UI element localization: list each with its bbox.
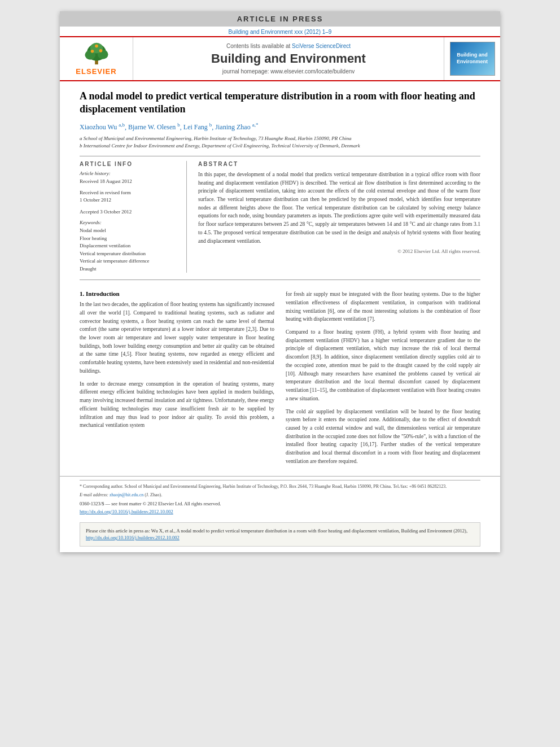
keyword-2: Floor heating [80,235,178,243]
intro-para-1: In the last two decades, the application… [80,300,274,375]
journal-center: Contents lists available at SciVerse Sci… [133,37,444,80]
divider-1 [80,156,480,156]
body-right-col: for fresh air supply must be integrated … [286,290,480,470]
keyword-5: Vertical air temperature difference [80,257,178,265]
journal-header: ELSEVIER Contents lists available at Sci… [60,36,500,81]
revised-date: Received in revised form1 October 2012 [80,189,178,203]
article-info-abstract: ARTICLE INFO Article history: Received 1… [80,161,480,273]
intro-right-para-3: The cold air supplied by displacement ve… [286,408,480,466]
cite-doi-link[interactable]: http://dx.doi.org/10.1016/j.buildenv.201… [86,535,180,540]
svg-point-5 [90,50,94,53]
footnote-star: * Corresponding author. School of Munici… [80,483,480,490]
authors-line: Xiaozhou Wu a,b, Bjarne W. Olesen b, Lei… [80,122,480,132]
accepted-date: Accepted 3 October 2012 [80,208,178,216]
authors-text: Xiaozhou Wu a,b, Bjarne W. Olesen b, Lei… [80,123,258,131]
abstract-text: In this paper, the development of a noda… [198,171,480,245]
affiliations: a School of Municipal and Environmental … [80,135,480,150]
abstract-label: ABSTRACT [198,161,480,167]
svg-rect-0 [95,60,98,64]
affiliation-b: b International Centre for Indoor Enviro… [80,142,480,150]
journal-homepage: journal homepage: www.elsevier.com/locat… [222,68,355,75]
received-date: Received 18 August 2012 [80,178,178,185]
abstract-col: ABSTRACT In this paper, the development … [198,161,480,273]
sciverse-line: Contents lists available at SciVerse Sci… [226,43,351,49]
body-content: 1. Introduction In the last two decades,… [60,290,500,475]
doi-link[interactable]: http://dx.doi.org/10.1016/j.buildenv.201… [80,509,173,514]
aip-banner: ARTICLE IN PRESS [60,11,500,27]
article-info-col: ARTICLE INFO Article history: Received 1… [80,161,187,273]
body-left-col: 1. Introduction In the last two decades,… [80,290,274,470]
svg-point-7 [95,45,98,48]
contents-text: Contents lists available at [226,43,292,49]
cite-banner: Please cite this article in press as: Wu… [80,522,480,547]
be-logo-box: Building andEnvironment [450,42,495,76]
be-logo-section: Building andEnvironment [444,37,500,80]
elsevier-tree-icon [80,42,113,65]
doi-line: http://dx.doi.org/10.1016/j.buildenv.201… [80,509,480,514]
article-title: A nodal model to predict vertical temper… [80,90,480,116]
footnote-email: E-mail address: zhaojn@hit.edu.cn (J. Zh… [80,492,480,499]
article-info-label: ARTICLE INFO [80,161,178,167]
issn-line: 0360-1323/$ — see front matter © 2012 El… [80,501,480,506]
intro-right-para-2: Compared to a floor heating system (FH),… [286,328,480,403]
issn-text: 0360-1323/$ — see front matter © 2012 El… [80,501,221,506]
be-logo-text: Building andEnvironment [457,52,488,65]
keyword-1: Nodal model [80,227,178,235]
intro-para-2: In order to decrease energy consumption … [80,380,274,430]
svg-point-6 [99,49,102,53]
keyword-6: Draught [80,265,178,273]
history-label: Article history: [80,171,178,176]
footnote-section: * Corresponding author. School of Munici… [60,476,500,518]
cite-text: Please cite this article in press as: Wu… [86,528,467,534]
divider-2 [80,279,480,280]
intro-heading: 1. Introduction [80,290,274,297]
affiliation-a: a School of Municipal and Environmental … [80,135,480,143]
page: ARTICLE IN PRESS Building and Environmen… [60,11,500,552]
content-area: A nodal model to predict vertical temper… [60,81,500,290]
elsevier-wordmark: ELSEVIER [76,67,116,76]
email-link[interactable]: zhaojn@hit.edu.cn [110,492,143,497]
journal-ref-text: Building and Environment xxx (2012) 1–9 [229,29,332,35]
keywords-list: Nodal model Floor heating Displacement v… [80,227,178,273]
keyword-3: Displacement ventilation [80,242,178,250]
journal-ref: Building and Environment xxx (2012) 1–9 [60,27,500,36]
keyword-4: Vertical temperature distribution [80,250,178,258]
sciverse-link[interactable]: SciVerse ScienceDirect [292,43,351,49]
copyright: © 2012 Elsevier Ltd. All rights reserved… [198,248,480,254]
keywords-label: Keywords: [80,220,178,225]
journal-title: Building and Environment [211,51,366,66]
aip-text: ARTICLE IN PRESS [237,15,323,23]
intro-right-para-1: for fresh air supply must be integrated … [286,290,480,324]
elsevier-logo-section: ELSEVIER [60,37,133,80]
